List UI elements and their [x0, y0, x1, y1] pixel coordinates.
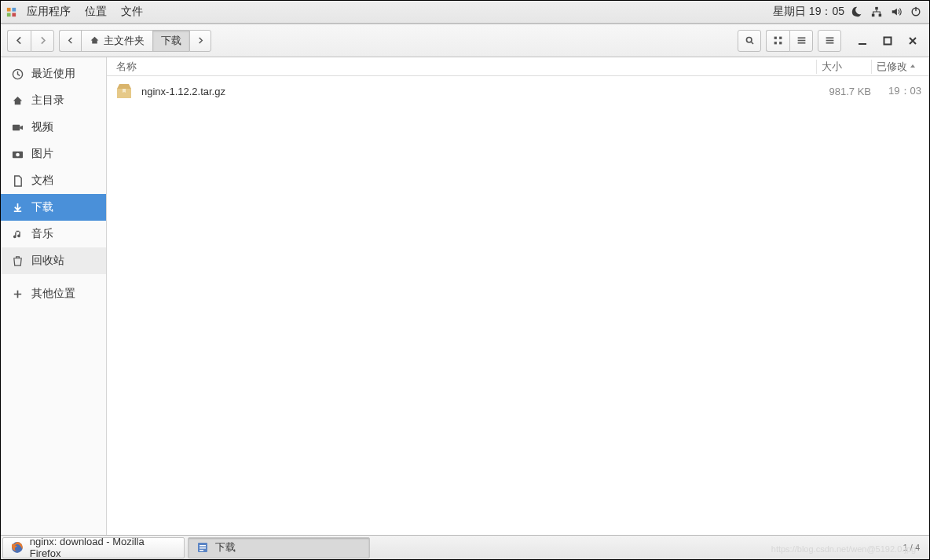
network-icon[interactable]: [871, 6, 882, 17]
sidebar-item-label: 其他位置: [31, 287, 75, 301]
sidebar: 最近使用 主目录 视频 图片 文档: [1, 57, 107, 535]
path-prev-button[interactable]: [59, 30, 81, 52]
svg-rect-19: [826, 42, 833, 44]
menu-apps[interactable]: 应用程序: [20, 1, 78, 23]
sidebar-item-label: 回收站: [31, 254, 64, 268]
nav-back-button[interactable]: [7, 30, 31, 52]
task-files[interactable]: 下载: [188, 537, 370, 558]
sidebar-item-other[interactable]: 其他位置: [1, 280, 106, 307]
path-bar: 主文件夹 下载: [59, 30, 211, 52]
file-name: nginx-1.12.2.tar.gz: [141, 86, 816, 97]
music-icon: [12, 229, 24, 240]
column-size[interactable]: 大小: [816, 60, 871, 74]
home-icon: [90, 35, 100, 46]
sidebar-item-home[interactable]: 主目录: [1, 87, 106, 114]
path-home-label: 主文件夹: [104, 34, 145, 48]
sidebar-item-label: 音乐: [31, 227, 53, 241]
apps-menu-icon: [5, 6, 17, 18]
column-modified[interactable]: 已修改: [871, 60, 929, 74]
svg-rect-17: [826, 37, 833, 38]
svg-rect-28: [200, 547, 206, 549]
svg-rect-16: [797, 42, 805, 44]
path-next-button[interactable]: [189, 30, 211, 52]
window-close-button[interactable]: [907, 35, 918, 46]
sidebar-item-label: 文档: [31, 174, 53, 188]
sidebar-item-label: 视频: [31, 120, 53, 134]
sidebar-item-label: 最近使用: [31, 67, 75, 81]
top-panel: 应用程序 位置 文件 星期日 19：05: [1, 1, 929, 24]
column-modified-label: 已修改: [877, 60, 907, 74]
path-home[interactable]: 主文件夹: [81, 30, 152, 52]
clock-icon: [12, 68, 24, 80]
svg-rect-2: [7, 13, 11, 16]
svg-rect-6: [879, 14, 882, 17]
search-button[interactable]: [738, 30, 761, 52]
file-modified: 19：03: [871, 84, 929, 98]
column-headers: 名称 大小 已修改: [107, 57, 929, 76]
hamburger-menu-button[interactable]: [818, 30, 841, 52]
svg-rect-4: [875, 7, 878, 10]
file-manager-icon: [196, 541, 209, 554]
taskbar: nginx: download - Mozilla Firefox 下载 1 /…: [1, 535, 929, 559]
download-icon: [12, 202, 24, 214]
svg-rect-20: [884, 37, 892, 44]
power-icon[interactable]: [910, 6, 921, 17]
nav-buttons: [7, 30, 54, 52]
file-row[interactable]: nginx-1.12.2.tar.gz 981.7 KB 19：03: [107, 76, 929, 106]
task-label: nginx: download - Mozilla Firefox: [30, 536, 176, 559]
sidebar-item-label: 下载: [31, 200, 53, 214]
file-list: 名称 大小 已修改 nginx-1.12.: [107, 57, 929, 535]
panel-datetime[interactable]: 星期日 19：05: [766, 1, 851, 23]
sidebar-item-label: 图片: [31, 147, 53, 161]
window-minimize-button[interactable]: [857, 35, 868, 46]
sidebar-item-recent[interactable]: 最近使用: [1, 60, 106, 87]
home-icon: [12, 95, 24, 107]
menu-places[interactable]: 位置: [78, 1, 114, 23]
svg-rect-3: [12, 13, 16, 16]
trash-icon: [12, 255, 24, 267]
path-current[interactable]: 下载: [152, 30, 189, 52]
svg-rect-22: [13, 124, 20, 130]
svg-rect-1: [12, 7, 16, 11]
task-label: 下载: [215, 540, 236, 555]
svg-rect-12: [774, 42, 777, 44]
sidebar-item-documents[interactable]: 文档: [1, 167, 106, 194]
plus-icon: [12, 288, 24, 300]
firefox-icon: [11, 541, 24, 554]
sidebar-item-label: 主目录: [31, 93, 64, 108]
doc-icon: [12, 175, 24, 187]
view-grid-button[interactable]: [766, 30, 789, 52]
svg-rect-8: [915, 7, 916, 11]
path-current-label: 下载: [161, 34, 181, 48]
sidebar-item-pictures[interactable]: 图片: [1, 141, 106, 167]
svg-rect-10: [774, 37, 777, 39]
svg-rect-18: [826, 40, 833, 42]
column-name[interactable]: 名称: [107, 60, 816, 74]
window-maximize-button[interactable]: [882, 35, 893, 46]
svg-rect-27: [200, 545, 206, 547]
file-manager-window: 主文件夹 下载 最近使用: [1, 24, 929, 535]
night-icon[interactable]: [851, 6, 862, 17]
sidebar-item-music[interactable]: 音乐: [1, 221, 106, 247]
volume-icon[interactable]: [891, 6, 902, 17]
nav-forward-button[interactable]: [31, 30, 54, 52]
workspace-pager[interactable]: 1 / 4: [903, 543, 929, 552]
sidebar-item-videos[interactable]: 视频: [1, 114, 106, 141]
file-size: 981.7 KB: [816, 86, 871, 97]
camera-icon: [12, 148, 24, 160]
fm-toolbar: 主文件夹 下载: [1, 24, 929, 57]
sort-asc-icon: [910, 64, 916, 70]
sidebar-item-downloads[interactable]: 下载: [1, 194, 106, 221]
svg-rect-5: [872, 14, 875, 17]
svg-rect-14: [797, 37, 805, 38]
view-list-button[interactable]: [789, 30, 813, 52]
svg-rect-0: [7, 7, 11, 11]
svg-rect-13: [779, 42, 782, 44]
sidebar-item-trash[interactable]: 回收站: [1, 247, 106, 274]
svg-rect-15: [797, 40, 805, 42]
video-icon: [12, 122, 24, 134]
package-icon: [115, 82, 134, 100]
menu-files[interactable]: 文件: [114, 1, 150, 23]
task-firefox[interactable]: nginx: download - Mozilla Firefox: [2, 537, 185, 558]
svg-point-24: [16, 152, 20, 156]
